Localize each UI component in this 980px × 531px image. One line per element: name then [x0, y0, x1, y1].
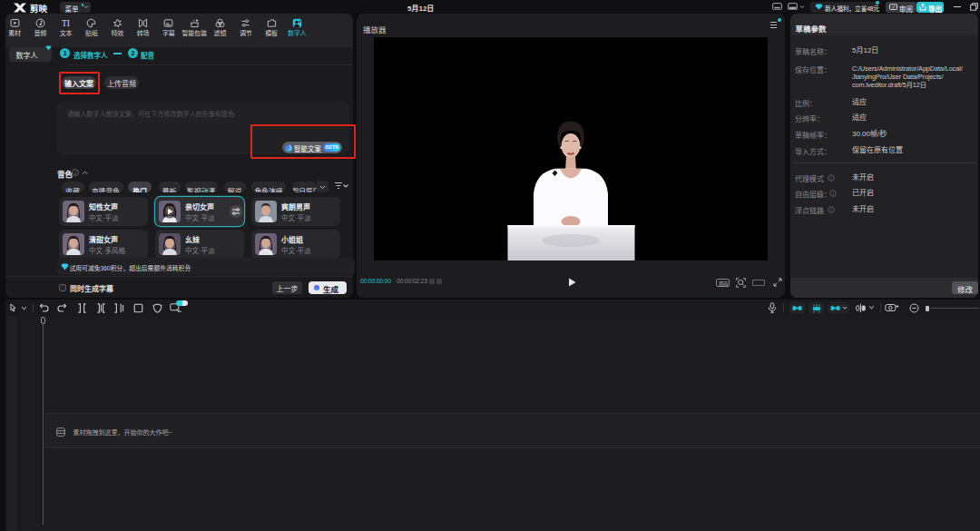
svg-text:i: i	[830, 175, 831, 181]
svg-text:TI: TI	[62, 18, 70, 27]
svg-text:i: i	[832, 191, 833, 196]
svg-text:i: i	[830, 207, 831, 212]
svg-text:i: i	[74, 170, 75, 175]
